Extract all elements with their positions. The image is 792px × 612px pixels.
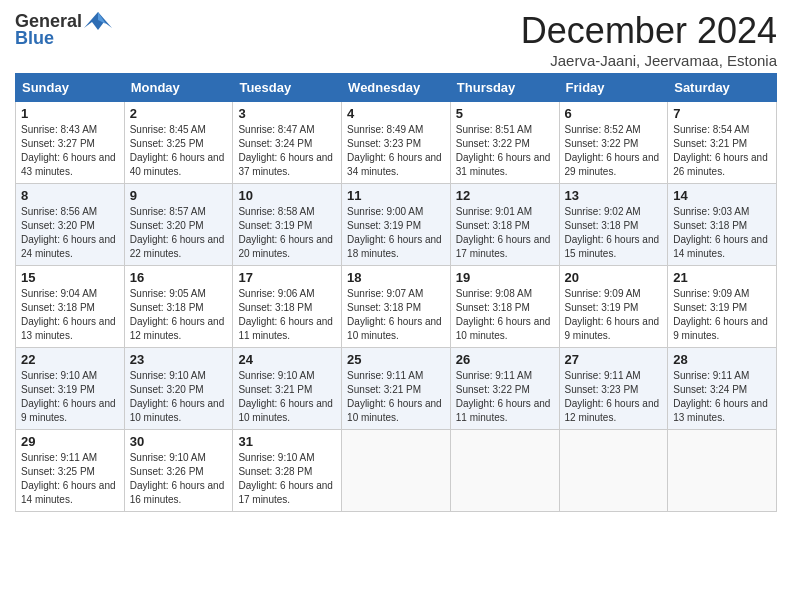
day-info: Sunrise: 8:43 AMSunset: 3:27 PMDaylight:… [21, 123, 119, 179]
day-info: Sunrise: 9:11 AMSunset: 3:25 PMDaylight:… [21, 451, 119, 507]
day-of-week-header: Monday [124, 74, 233, 102]
day-number: 11 [347, 188, 445, 203]
day-info: Sunrise: 8:52 AMSunset: 3:22 PMDaylight:… [565, 123, 663, 179]
header: General Blue December 2024 Jaerva-Jaani,… [15, 10, 777, 69]
day-number: 7 [673, 106, 771, 121]
day-number: 29 [21, 434, 119, 449]
day-info: Sunrise: 9:10 AMSunset: 3:19 PMDaylight:… [21, 369, 119, 425]
calendar-day-cell: 1Sunrise: 8:43 AMSunset: 3:27 PMDaylight… [16, 102, 125, 184]
calendar-day-cell: 14Sunrise: 9:03 AMSunset: 3:18 PMDayligh… [668, 184, 777, 266]
calendar-week-row: 1Sunrise: 8:43 AMSunset: 3:27 PMDaylight… [16, 102, 777, 184]
day-number: 27 [565, 352, 663, 367]
calendar-day-cell: 3Sunrise: 8:47 AMSunset: 3:24 PMDaylight… [233, 102, 342, 184]
calendar-day-cell: 11Sunrise: 9:00 AMSunset: 3:19 PMDayligh… [342, 184, 451, 266]
day-info: Sunrise: 8:47 AMSunset: 3:24 PMDaylight:… [238, 123, 336, 179]
day-of-week-header: Wednesday [342, 74, 451, 102]
day-of-week-header: Tuesday [233, 74, 342, 102]
calendar-day-cell: 10Sunrise: 8:58 AMSunset: 3:19 PMDayligh… [233, 184, 342, 266]
day-info: Sunrise: 9:00 AMSunset: 3:19 PMDaylight:… [347, 205, 445, 261]
calendar-day-cell: 25Sunrise: 9:11 AMSunset: 3:21 PMDayligh… [342, 348, 451, 430]
calendar-day-cell: 30Sunrise: 9:10 AMSunset: 3:26 PMDayligh… [124, 430, 233, 512]
calendar-day-cell: 24Sunrise: 9:10 AMSunset: 3:21 PMDayligh… [233, 348, 342, 430]
day-number: 23 [130, 352, 228, 367]
day-info: Sunrise: 8:57 AMSunset: 3:20 PMDaylight:… [130, 205, 228, 261]
location-subtitle: Jaerva-Jaani, Jeervamaa, Estonia [521, 52, 777, 69]
calendar-day-cell: 28Sunrise: 9:11 AMSunset: 3:24 PMDayligh… [668, 348, 777, 430]
calendar-day-cell: 20Sunrise: 9:09 AMSunset: 3:19 PMDayligh… [559, 266, 668, 348]
calendar-day-cell: 8Sunrise: 8:56 AMSunset: 3:20 PMDaylight… [16, 184, 125, 266]
logo: General Blue [15, 10, 112, 49]
day-info: Sunrise: 9:07 AMSunset: 3:18 PMDaylight:… [347, 287, 445, 343]
calendar-day-cell: 29Sunrise: 9:11 AMSunset: 3:25 PMDayligh… [16, 430, 125, 512]
day-info: Sunrise: 8:51 AMSunset: 3:22 PMDaylight:… [456, 123, 554, 179]
day-number: 2 [130, 106, 228, 121]
calendar-week-row: 22Sunrise: 9:10 AMSunset: 3:19 PMDayligh… [16, 348, 777, 430]
day-info: Sunrise: 9:04 AMSunset: 3:18 PMDaylight:… [21, 287, 119, 343]
day-of-week-header: Thursday [450, 74, 559, 102]
day-info: Sunrise: 9:05 AMSunset: 3:18 PMDaylight:… [130, 287, 228, 343]
calendar-day-cell: 12Sunrise: 9:01 AMSunset: 3:18 PMDayligh… [450, 184, 559, 266]
calendar-day-cell: 15Sunrise: 9:04 AMSunset: 3:18 PMDayligh… [16, 266, 125, 348]
calendar-day-cell: 18Sunrise: 9:07 AMSunset: 3:18 PMDayligh… [342, 266, 451, 348]
calendar-day-cell: 16Sunrise: 9:05 AMSunset: 3:18 PMDayligh… [124, 266, 233, 348]
calendar-day-cell: 31Sunrise: 9:10 AMSunset: 3:28 PMDayligh… [233, 430, 342, 512]
calendar-day-cell: 27Sunrise: 9:11 AMSunset: 3:23 PMDayligh… [559, 348, 668, 430]
calendar-header-row: SundayMondayTuesdayWednesdayThursdayFrid… [16, 74, 777, 102]
day-number: 25 [347, 352, 445, 367]
day-info: Sunrise: 9:11 AMSunset: 3:22 PMDaylight:… [456, 369, 554, 425]
day-number: 26 [456, 352, 554, 367]
calendar-day-cell: 26Sunrise: 9:11 AMSunset: 3:22 PMDayligh… [450, 348, 559, 430]
day-info: Sunrise: 8:56 AMSunset: 3:20 PMDaylight:… [21, 205, 119, 261]
calendar-day-cell: 13Sunrise: 9:02 AMSunset: 3:18 PMDayligh… [559, 184, 668, 266]
calendar-day-cell: 21Sunrise: 9:09 AMSunset: 3:19 PMDayligh… [668, 266, 777, 348]
calendar-day-cell: 7Sunrise: 8:54 AMSunset: 3:21 PMDaylight… [668, 102, 777, 184]
logo-bird-icon [84, 10, 112, 32]
calendar-day-cell: 19Sunrise: 9:08 AMSunset: 3:18 PMDayligh… [450, 266, 559, 348]
day-number: 9 [130, 188, 228, 203]
day-of-week-header: Saturday [668, 74, 777, 102]
day-number: 22 [21, 352, 119, 367]
day-number: 30 [130, 434, 228, 449]
day-number: 1 [21, 106, 119, 121]
day-of-week-header: Sunday [16, 74, 125, 102]
day-number: 16 [130, 270, 228, 285]
day-number: 18 [347, 270, 445, 285]
day-of-week-header: Friday [559, 74, 668, 102]
day-number: 31 [238, 434, 336, 449]
calendar-day-cell: 6Sunrise: 8:52 AMSunset: 3:22 PMDaylight… [559, 102, 668, 184]
calendar-week-row: 15Sunrise: 9:04 AMSunset: 3:18 PMDayligh… [16, 266, 777, 348]
calendar-day-cell [559, 430, 668, 512]
title-area: December 2024 Jaerva-Jaani, Jeervamaa, E… [521, 10, 777, 69]
day-number: 13 [565, 188, 663, 203]
calendar-day-cell [342, 430, 451, 512]
calendar-day-cell: 9Sunrise: 8:57 AMSunset: 3:20 PMDaylight… [124, 184, 233, 266]
day-number: 28 [673, 352, 771, 367]
calendar-day-cell: 2Sunrise: 8:45 AMSunset: 3:25 PMDaylight… [124, 102, 233, 184]
day-info: Sunrise: 9:09 AMSunset: 3:19 PMDaylight:… [565, 287, 663, 343]
calendar-table: SundayMondayTuesdayWednesdayThursdayFrid… [15, 73, 777, 512]
day-info: Sunrise: 9:01 AMSunset: 3:18 PMDaylight:… [456, 205, 554, 261]
day-number: 8 [21, 188, 119, 203]
day-number: 6 [565, 106, 663, 121]
day-info: Sunrise: 8:49 AMSunset: 3:23 PMDaylight:… [347, 123, 445, 179]
logo-blue-text: Blue [15, 28, 54, 49]
day-number: 15 [21, 270, 119, 285]
day-number: 4 [347, 106, 445, 121]
day-info: Sunrise: 9:10 AMSunset: 3:28 PMDaylight:… [238, 451, 336, 507]
day-info: Sunrise: 9:03 AMSunset: 3:18 PMDaylight:… [673, 205, 771, 261]
day-number: 21 [673, 270, 771, 285]
day-info: Sunrise: 9:11 AMSunset: 3:23 PMDaylight:… [565, 369, 663, 425]
month-year-title: December 2024 [521, 10, 777, 52]
calendar-day-cell [450, 430, 559, 512]
day-number: 24 [238, 352, 336, 367]
day-info: Sunrise: 9:08 AMSunset: 3:18 PMDaylight:… [456, 287, 554, 343]
day-number: 17 [238, 270, 336, 285]
day-number: 3 [238, 106, 336, 121]
day-info: Sunrise: 8:45 AMSunset: 3:25 PMDaylight:… [130, 123, 228, 179]
day-info: Sunrise: 9:10 AMSunset: 3:20 PMDaylight:… [130, 369, 228, 425]
day-info: Sunrise: 9:06 AMSunset: 3:18 PMDaylight:… [238, 287, 336, 343]
day-number: 5 [456, 106, 554, 121]
day-info: Sunrise: 9:11 AMSunset: 3:21 PMDaylight:… [347, 369, 445, 425]
day-number: 19 [456, 270, 554, 285]
day-info: Sunrise: 9:10 AMSunset: 3:26 PMDaylight:… [130, 451, 228, 507]
